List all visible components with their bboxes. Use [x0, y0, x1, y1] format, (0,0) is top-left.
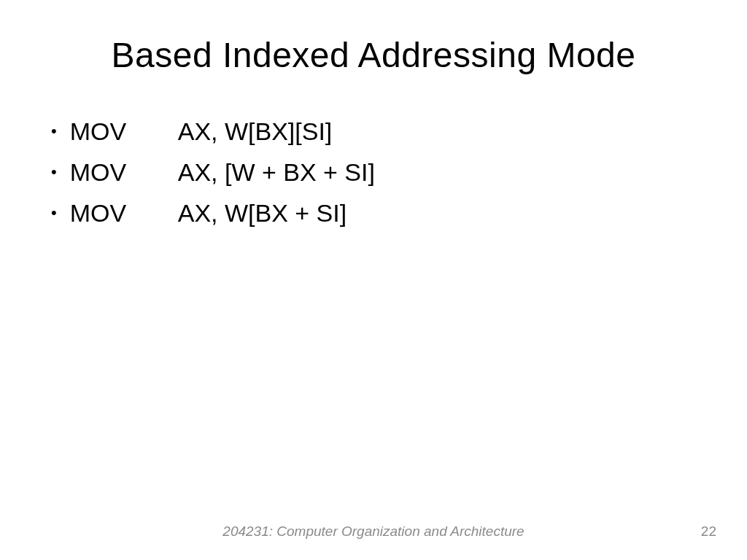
bullet-list: • MOV AX, W[BX][SI] • MOV AX, [W + BX + …: [44, 116, 703, 228]
instruction-op: MOV: [70, 116, 178, 147]
slide: Based Indexed Addressing Mode • MOV AX, …: [0, 0, 747, 560]
bullet-row: MOV AX, W[BX + SI]: [70, 198, 347, 228]
bullet-row: MOV AX, W[BX][SI]: [70, 116, 333, 147]
list-item: • MOV AX, W[BX + SI]: [51, 198, 703, 228]
page-number: 22: [701, 524, 716, 540]
instruction-args: AX, [W + BX + SI]: [178, 157, 375, 187]
list-item: • MOV AX, [W + BX + SI]: [51, 157, 703, 187]
slide-footer: 204231: Computer Organization and Archit…: [0, 524, 747, 540]
instruction-op: MOV: [70, 198, 178, 228]
bullet-icon: •: [51, 116, 57, 147]
bullet-icon: •: [51, 157, 57, 187]
slide-content: • MOV AX, W[BX][SI] • MOV AX, [W + BX + …: [44, 116, 703, 531]
instruction-args: AX, W[BX + SI]: [178, 198, 347, 228]
bullet-row: MOV AX, [W + BX + SI]: [70, 157, 375, 187]
instruction-op: MOV: [70, 157, 178, 187]
footer-text: 204231: Computer Organization and Archit…: [222, 524, 524, 540]
bullet-icon: •: [51, 198, 57, 228]
list-item: • MOV AX, W[BX][SI]: [51, 116, 703, 147]
instruction-args: AX, W[BX][SI]: [178, 116, 333, 147]
slide-title: Based Indexed Addressing Mode: [44, 35, 703, 75]
